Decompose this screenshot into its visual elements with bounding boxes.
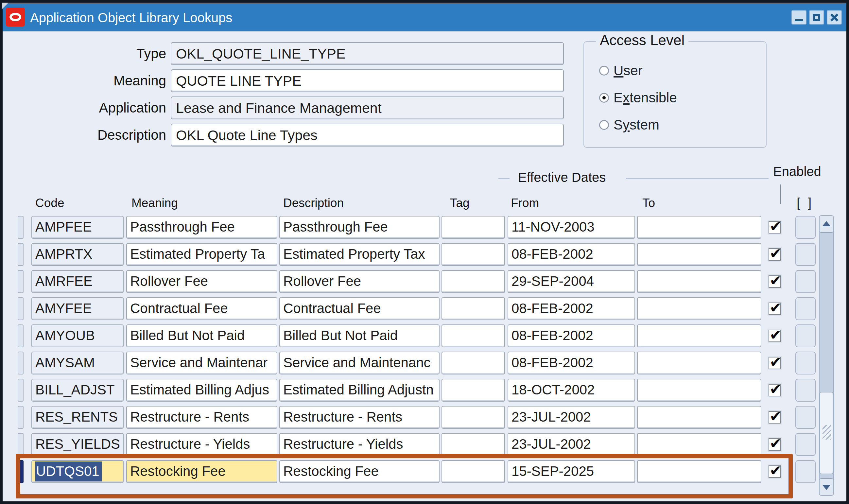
from-date-cell[interactable]: 08-FEB-2002	[508, 297, 635, 320]
meaning-cell[interactable]: Rollover Fee	[126, 270, 277, 293]
radio-system-label[interactable]: System	[614, 117, 659, 133]
radio-extensible-icon[interactable]	[599, 93, 609, 103]
meaning-field[interactable]: QUOTE LINE TYPE	[171, 69, 564, 92]
code-cell[interactable]: AMPRTX	[31, 243, 124, 266]
to-date-cell[interactable]	[637, 297, 761, 320]
bracket-field[interactable]	[795, 406, 816, 429]
row-selector[interactable]	[18, 270, 23, 293]
from-date-cell[interactable]: 08-FEB-2002	[508, 243, 635, 266]
code-cell[interactable]: RES_RENTS	[31, 406, 124, 429]
row-selector[interactable]	[18, 352, 23, 375]
description-cell[interactable]: Passthrough Fee	[279, 216, 439, 239]
code-cell[interactable]: BILL_ADJST	[31, 379, 124, 402]
from-date-cell[interactable]: 08-FEB-2002	[508, 324, 635, 347]
enabled-checkbox[interactable]: ✔	[769, 465, 781, 478]
enabled-checkbox[interactable]: ✔	[769, 275, 781, 288]
bracket-field[interactable]	[795, 270, 816, 293]
titlebar[interactable]: Application Object Library Lookups	[3, 3, 846, 31]
radio-extensible[interactable]: Extensible	[599, 89, 677, 107]
description-cell[interactable]: Estimated Billing Adjustn	[279, 379, 439, 402]
code-cell[interactable]: AMYOUB	[31, 324, 124, 347]
enabled-checkbox[interactable]: ✔	[769, 221, 781, 234]
enabled-checkbox[interactable]: ✔	[769, 248, 781, 261]
to-date-cell[interactable]	[637, 406, 761, 429]
to-date-cell[interactable]	[637, 460, 761, 483]
meaning-cell[interactable]: Service and Maintenar	[126, 352, 277, 375]
scrollbar-thumb[interactable]	[819, 392, 833, 474]
to-date-cell[interactable]	[637, 243, 761, 266]
tag-cell[interactable]	[441, 352, 505, 375]
from-date-cell[interactable]: 18-OCT-2002	[508, 379, 635, 402]
row-selector[interactable]	[18, 433, 23, 456]
radio-user-label[interactable]: User	[614, 63, 643, 78]
tag-cell[interactable]	[441, 324, 505, 347]
from-date-cell[interactable]: 23-JUL-2002	[508, 433, 635, 456]
bracket-field[interactable]	[795, 379, 816, 402]
description-cell[interactable]: Restructure - Yields	[279, 433, 439, 456]
to-date-cell[interactable]	[637, 352, 761, 375]
to-date-cell[interactable]	[637, 433, 761, 456]
to-date-cell[interactable]	[637, 324, 761, 347]
tag-cell[interactable]	[441, 270, 505, 293]
from-date-cell[interactable]: 23-JUL-2002	[508, 406, 635, 429]
bracket-field[interactable]	[795, 352, 816, 375]
description-cell[interactable]: Contractual Fee	[279, 297, 439, 320]
row-selector[interactable]	[18, 216, 23, 239]
from-date-cell[interactable]: 08-FEB-2002	[508, 352, 635, 375]
tag-cell[interactable]	[441, 406, 505, 429]
enabled-checkbox[interactable]: ✔	[769, 357, 781, 369]
description-cell[interactable]: Service and Maintenanc	[279, 352, 439, 375]
row-selector[interactable]	[18, 406, 23, 429]
meaning-cell[interactable]: Restructure - Yields	[126, 433, 277, 456]
row-selector[interactable]	[18, 324, 23, 347]
radio-system[interactable]: System	[599, 116, 659, 134]
code-cell[interactable]: AMRFEE	[31, 270, 124, 293]
tag-cell[interactable]	[441, 433, 505, 456]
maximize-button[interactable]	[809, 10, 824, 24]
meaning-cell[interactable]: Restructure - Rents	[126, 406, 277, 429]
tag-cell[interactable]	[441, 297, 505, 320]
row-selector[interactable]	[18, 297, 23, 320]
row-selector[interactable]	[18, 243, 23, 266]
application-field[interactable]: Lease and Finance Management	[171, 96, 564, 119]
enabled-checkbox[interactable]: ✔	[769, 438, 781, 451]
description-cell[interactable]: Estimated Property Tax	[279, 243, 439, 266]
radio-user[interactable]: User	[599, 61, 643, 80]
to-date-cell[interactable]	[637, 379, 761, 402]
code-cell[interactable]: UDTQS01	[31, 460, 124, 483]
code-cell[interactable]: AMPFEE	[31, 216, 124, 239]
row-selector[interactable]	[18, 379, 23, 402]
radio-system-icon[interactable]	[599, 120, 609, 130]
bracket-field[interactable]	[795, 460, 816, 483]
to-date-cell[interactable]	[637, 216, 761, 239]
description-cell[interactable]: Rollover Fee	[279, 270, 439, 293]
meaning-cell[interactable]: Contractual Fee	[126, 297, 277, 320]
description-cell[interactable]: Billed But Not Paid	[279, 324, 439, 347]
description-cell[interactable]: Restructure - Rents	[279, 406, 439, 429]
description-cell[interactable]: Restocking Fee	[279, 460, 439, 483]
radio-user-icon[interactable]	[599, 66, 609, 75]
enabled-checkbox[interactable]: ✔	[769, 411, 781, 424]
row-selector[interactable]	[18, 460, 23, 483]
minimize-button[interactable]	[792, 10, 807, 24]
tag-cell[interactable]	[441, 243, 505, 266]
enabled-checkbox[interactable]: ✔	[769, 303, 781, 315]
enabled-checkbox[interactable]: ✔	[769, 330, 781, 342]
description-field[interactable]: OKL Quote Line Types	[171, 124, 564, 146]
from-date-cell[interactable]: 11-NOV-2003	[508, 216, 635, 239]
scroll-up-button[interactable]	[819, 216, 833, 233]
code-cell[interactable]: RES_YIELDS	[31, 433, 124, 456]
code-cell[interactable]: AMYSAM	[31, 352, 124, 375]
vertical-scrollbar[interactable]	[819, 215, 834, 496]
bracket-field[interactable]	[795, 243, 816, 266]
radio-extensible-label[interactable]: Extensible	[614, 90, 677, 106]
meaning-cell[interactable]: Billed But Not Paid	[126, 324, 277, 347]
from-date-cell[interactable]: 29-SEP-2004	[508, 270, 635, 293]
meaning-cell[interactable]: Restocking Fee	[126, 460, 277, 483]
tag-cell[interactable]	[441, 216, 505, 239]
meaning-cell[interactable]: Passthrough Fee	[126, 216, 277, 239]
code-cell[interactable]: AMYFEE	[31, 297, 124, 320]
bracket-field[interactable]	[795, 216, 816, 239]
bracket-field[interactable]	[795, 297, 816, 320]
tag-cell[interactable]	[441, 460, 505, 483]
